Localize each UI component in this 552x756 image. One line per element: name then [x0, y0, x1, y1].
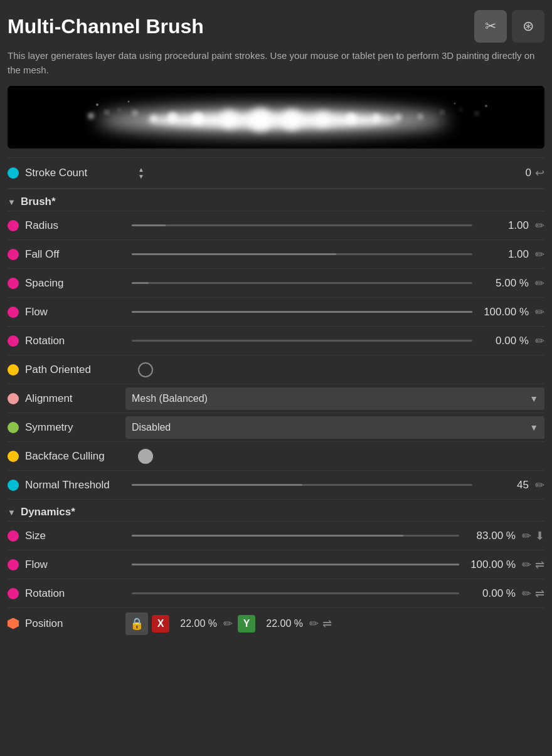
brush-flow-dot [8, 307, 19, 318]
radius-row: Radius 1.00 ✏ [8, 211, 544, 239]
spacing-edit-icon[interactable]: ✏ [535, 276, 544, 290]
symmetry-row: Symmetry Disabled ▼ [8, 412, 544, 441]
dynamics-rotation-value: 0.00 % [465, 587, 516, 600]
path-oriented-toggle[interactable] [138, 362, 153, 377]
normal-threshold-edit-icon[interactable]: ✏ [535, 478, 544, 492]
dynamics-flow-slider[interactable] [125, 564, 465, 565]
dynamics-flow-row: Flow 100.00 % ✏ ⇌ [8, 550, 544, 579]
brush-flow-value: 100.00 % [479, 306, 529, 318]
path-oriented-row: Path Oriented [8, 355, 544, 384]
path-oriented-area [125, 362, 544, 377]
svg-point-9 [220, 110, 238, 128]
dynamics-size-value: 83.00 % [465, 530, 516, 542]
alignment-dropdown[interactable]: Mesh (Balanced) ▼ [125, 387, 544, 410]
normal-threshold-row: Normal Threshold 45 ✏ [8, 470, 544, 499]
alignment-row: Alignment Mesh (Balanced) ▼ [8, 384, 544, 412]
dynamics-size-dot [8, 530, 19, 542]
position-row: Position 🔒 X 22.00 % ✏ Y 22.00 % ✏ ⇌ [8, 607, 544, 639]
dynamics-flow-fill [132, 564, 459, 565]
y-axis-text: Y [243, 618, 250, 629]
position-shuffle-icon[interactable]: ⇌ [322, 617, 332, 631]
stroke-count-dot [8, 167, 19, 179]
brush-rotation-edit-icon[interactable]: ✏ [535, 334, 544, 348]
stroke-count-label: Stroke Count [25, 167, 125, 179]
dynamics-size-label: Size [25, 530, 125, 542]
position-dot [8, 618, 19, 629]
download-icon[interactable]: ⬇ [535, 529, 544, 543]
falloff-dot [8, 249, 19, 260]
brush-rotation-dot [8, 335, 19, 347]
brush-flow-edit-icon[interactable]: ✏ [535, 305, 544, 319]
radius-label: Radius [25, 219, 125, 232]
svg-point-3 [105, 110, 109, 114]
spacing-slider[interactable] [125, 282, 479, 284]
dynamics-section-header[interactable]: ▼ Dynamics* [8, 499, 544, 521]
dynamics-rotation-shuffle-icon[interactable]: ⇌ [535, 587, 544, 601]
symmetry-dropdown[interactable]: Disabled ▼ [125, 416, 544, 439]
backface-culling-toggle[interactable] [138, 449, 153, 464]
dynamics-size-track [132, 535, 459, 537]
svg-point-21 [128, 101, 130, 103]
normal-threshold-fill [132, 484, 302, 486]
svg-point-20 [96, 103, 98, 106]
dynamics-flow-dot [8, 559, 19, 570]
brush-rotation-value: 0.00 % [479, 335, 529, 347]
dynamics-size-slider[interactable] [125, 535, 465, 537]
symmetry-dot [8, 422, 19, 433]
falloff-edit-icon[interactable]: ✏ [535, 248, 544, 261]
position-x-edit-icon[interactable]: ✏ [223, 617, 233, 631]
normal-threshold-slider[interactable] [125, 484, 479, 486]
brush-flow-row: Flow 100.00 % ✏ [8, 297, 544, 326]
radius-dot [8, 220, 19, 231]
dynamics-size-edit-icon[interactable]: ✏ [522, 529, 531, 543]
falloff-slider[interactable] [125, 253, 479, 255]
radius-edit-icon[interactable]: ✏ [535, 219, 544, 233]
svg-point-10 [249, 108, 272, 131]
spacing-track [132, 282, 472, 284]
path-oriented-dot [8, 364, 19, 375]
position-y-edit-icon[interactable]: ✏ [309, 617, 319, 631]
brush-flow-slider[interactable] [125, 311, 479, 313]
dynamics-size-fill [132, 535, 403, 537]
stroke-count-spinner[interactable]: ▲ ▼ [138, 166, 144, 180]
dynamics-flow-shuffle-icon[interactable]: ⇌ [535, 558, 544, 572]
backface-culling-row: Backface Culling [8, 441, 544, 470]
spacing-value: 5.00 % [479, 277, 529, 290]
brush-section-title: Brush* [21, 196, 56, 208]
layers-icon: ⊛ [523, 18, 534, 34]
position-y-axis-label: Y [238, 615, 255, 633]
brush-rotation-track [132, 340, 472, 342]
scissors-icon-btn[interactable]: ✂ [474, 10, 507, 43]
spacing-dot [8, 278, 19, 289]
svg-point-11 [282, 110, 302, 130]
dynamics-rotation-slider[interactable] [125, 592, 465, 594]
dynamics-flow-edit-icon[interactable]: ✏ [522, 558, 531, 572]
brush-rotation-label: Rotation [25, 335, 125, 347]
layers-icon-btn[interactable]: ⊛ [512, 10, 544, 43]
dynamics-rotation-edit-icon[interactable]: ✏ [522, 587, 531, 601]
radius-track [132, 224, 472, 226]
reset-icon[interactable]: ↩ [535, 166, 544, 180]
brush-preview [8, 86, 544, 149]
path-oriented-label: Path Oriented [25, 364, 125, 376]
spinner-up[interactable]: ▲ [138, 166, 144, 173]
position-x-value: 22.00 % [173, 618, 217, 629]
dynamics-flow-value: 100.00 % [465, 559, 516, 571]
brush-rotation-slider[interactable] [125, 340, 479, 342]
brush-section-header[interactable]: ▼ Brush* [8, 189, 544, 211]
falloff-fill [132, 253, 336, 255]
radius-slider[interactable] [125, 224, 479, 226]
svg-point-19 [475, 112, 479, 115]
page-title: Multi-Channel Brush [8, 15, 204, 38]
position-x-axis-label: X [152, 615, 169, 633]
lock-button[interactable]: 🔒 [125, 612, 148, 635]
spacing-fill [132, 282, 149, 284]
symmetry-value: Disabled [132, 422, 171, 433]
symmetry-label: Symmetry [25, 421, 125, 434]
position-y-value: 22.00 % [259, 618, 303, 629]
spinner-down[interactable]: ▼ [138, 173, 144, 180]
falloff-track [132, 253, 472, 255]
normal-threshold-track [132, 484, 472, 486]
normal-threshold-dot [8, 480, 19, 491]
dynamics-rotation-track [132, 592, 459, 594]
